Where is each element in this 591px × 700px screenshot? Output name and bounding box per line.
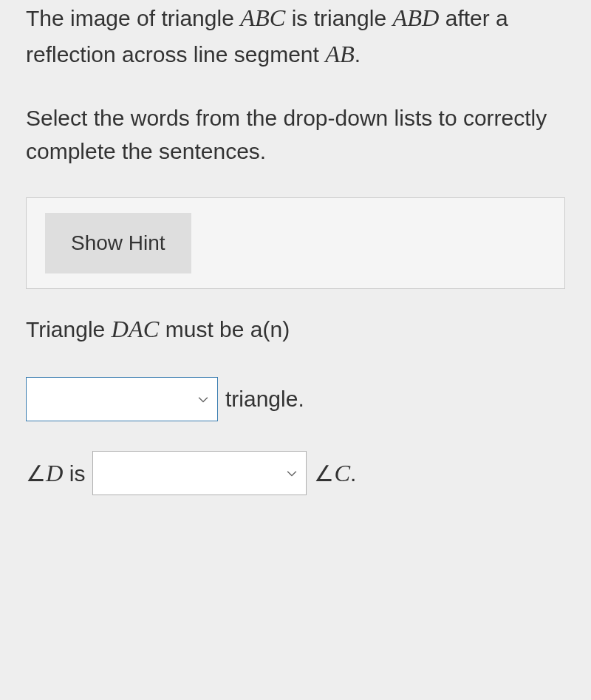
text: must be a(n) <box>159 317 290 341</box>
hint-container: Show Hint <box>26 197 565 289</box>
problem-statement: The image of triangle ABC is triangle AB… <box>26 0 565 72</box>
chevron-down-icon <box>198 394 208 404</box>
text: The image of triangle <box>26 6 240 30</box>
text: triangle. <box>225 382 304 415</box>
math-segment-ab: AB <box>325 41 355 67</box>
angle-relation-dropdown[interactable] <box>92 451 307 495</box>
text: Triangle <box>26 317 112 341</box>
chevron-down-icon <box>287 468 297 478</box>
instruction-text: Select the words from the drop-down list… <box>26 101 565 168</box>
show-hint-button[interactable]: Show Hint <box>45 213 191 273</box>
math-triangle-dac: DAC <box>112 316 160 342</box>
text: is triangle <box>285 6 392 30</box>
triangle-type-dropdown[interactable] <box>26 377 218 421</box>
angle-d: ∠D is <box>26 455 85 492</box>
sentence-2: ∠D is ∠C. <box>26 451 565 495</box>
text: . <box>355 42 361 67</box>
math-triangle-abc: ABC <box>240 4 285 31</box>
math-triangle-abd: ABD <box>392 4 439 31</box>
sentence-1a: Triangle DAC must be a(n) <box>26 311 565 347</box>
angle-c: ∠C. <box>314 455 356 492</box>
sentence-1b: triangle. <box>26 377 565 421</box>
